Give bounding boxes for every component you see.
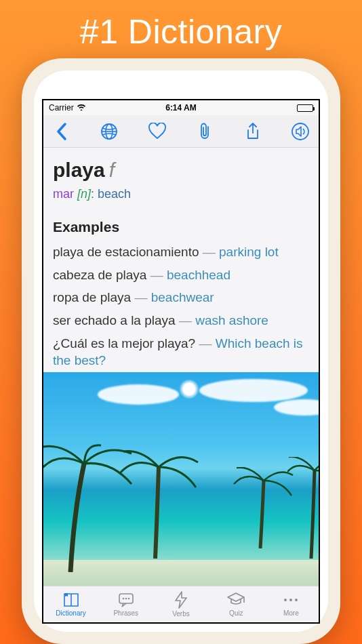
status-bar: Carrier 6:14 AM bbox=[43, 100, 319, 115]
verbs-icon bbox=[174, 591, 188, 609]
svg-point-3 bbox=[292, 123, 308, 140]
tab-label: Phrases bbox=[113, 609, 138, 617]
svg-point-11 bbox=[289, 599, 292, 601]
example-dash: — bbox=[179, 313, 192, 327]
headword: playa bbox=[53, 159, 105, 181]
sense-line: mar [n]: beach bbox=[53, 187, 309, 201]
svg-point-10 bbox=[284, 599, 287, 601]
example-source: cabeza de playa bbox=[53, 268, 146, 282]
speaker-icon[interactable] bbox=[290, 121, 310, 142]
dictionary-entry: playaf mar [n]: beach bbox=[43, 148, 319, 205]
example-translation[interactable]: beachwear bbox=[151, 290, 214, 304]
tab-more[interactable]: More bbox=[264, 592, 319, 617]
svg-point-7 bbox=[127, 598, 129, 600]
example-row: ser echado a la playa — wash ashore bbox=[43, 309, 319, 332]
heart-icon[interactable] bbox=[147, 121, 167, 142]
content-area: playaf mar [n]: beach Examples playa de … bbox=[43, 148, 319, 586]
tab-label: Verbs bbox=[172, 610, 190, 618]
toolbar bbox=[43, 115, 319, 148]
gender-label: f bbox=[109, 159, 115, 181]
svg-marker-8 bbox=[176, 592, 186, 608]
share-icon[interactable] bbox=[243, 121, 263, 142]
example-translation[interactable]: wash ashore bbox=[195, 313, 268, 327]
example-dash: — bbox=[203, 245, 216, 259]
example-translation[interactable]: parking lot bbox=[219, 245, 279, 259]
example-dash: — bbox=[199, 336, 212, 350]
globe-icon[interactable] bbox=[99, 121, 119, 142]
wifi-icon bbox=[77, 103, 86, 113]
screen: Carrier 6:14 AM bbox=[42, 99, 320, 624]
status-time: 6:14 AM bbox=[165, 103, 197, 113]
carrier-label: Carrier bbox=[49, 103, 74, 113]
promo-title: #1 Dictionary bbox=[80, 12, 282, 52]
tab-label: More bbox=[283, 609, 299, 617]
example-dash: — bbox=[134, 290, 147, 304]
sense-grammar: [n] bbox=[77, 187, 91, 201]
example-row: playa de estacionamiento — parking lot bbox=[43, 241, 319, 264]
sense-domain: mar bbox=[53, 187, 74, 201]
tab-bar: Dictionary Phrases Verbs bbox=[43, 586, 319, 622]
dictionary-icon bbox=[62, 592, 80, 608]
example-source: playa de estacionamiento bbox=[53, 245, 199, 259]
examples-heading: Examples bbox=[53, 219, 309, 235]
paperclip-icon[interactable] bbox=[195, 121, 215, 142]
example-source: ropa de playa bbox=[53, 290, 131, 304]
example-source: ser echado a la playa bbox=[53, 313, 176, 327]
tab-label: Quiz bbox=[229, 609, 243, 617]
example-translation[interactable]: beachhead bbox=[167, 268, 230, 282]
quiz-icon bbox=[226, 592, 245, 608]
phone-frame: Carrier 6:14 AM bbox=[22, 58, 340, 644]
more-icon bbox=[282, 592, 300, 608]
battery-icon bbox=[297, 104, 313, 112]
tab-label: Dictionary bbox=[56, 609, 85, 617]
tab-dictionary[interactable]: Dictionary bbox=[43, 592, 98, 617]
tab-verbs[interactable]: Verbs bbox=[153, 591, 208, 618]
svg-point-12 bbox=[295, 599, 298, 601]
tab-quiz[interactable]: Quiz bbox=[209, 592, 264, 617]
example-row: ¿Cuál es la mejor playa? — Which beach i… bbox=[43, 332, 319, 372]
back-button[interactable] bbox=[52, 121, 72, 142]
phrases-icon bbox=[117, 592, 135, 608]
example-dash: — bbox=[150, 268, 163, 282]
example-row: ropa de playa — beachwear bbox=[43, 286, 319, 309]
entry-image bbox=[43, 372, 319, 586]
sense-translation: beach bbox=[98, 187, 131, 201]
tab-phrases[interactable]: Phrases bbox=[98, 592, 153, 617]
sense-colon: : bbox=[91, 187, 94, 201]
svg-point-5 bbox=[122, 598, 124, 600]
svg-point-6 bbox=[125, 598, 127, 600]
example-row: cabeza de playa — beachhead bbox=[43, 264, 319, 287]
example-source: ¿Cuál es la mejor playa? bbox=[53, 336, 195, 350]
